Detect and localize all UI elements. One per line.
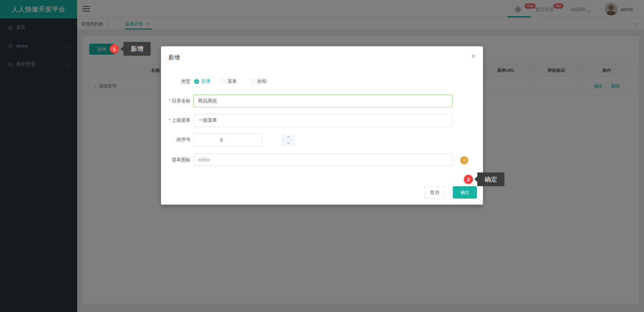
field-label-sort-number: 排序号 xyxy=(144,137,191,143)
type-radio-group: 类型 目录 菜单 按钮 xyxy=(161,77,483,87)
stepper-down-button[interactable] xyxy=(283,140,294,147)
menu-icon-input[interactable]: editor xyxy=(193,153,452,166)
radio-button[interactable] xyxy=(250,79,255,84)
annotation-label-2: 确定 xyxy=(477,172,504,186)
directory-name-input[interactable]: 商品系统 xyxy=(193,95,452,107)
annotation-label-1: 新增 xyxy=(123,42,151,56)
radio-menu[interactable] xyxy=(220,79,225,84)
page-root: 人人快速开发平台 首页 demo 系统管理 new xyxy=(0,0,644,312)
radio-button-label[interactable]: 按钮 xyxy=(257,79,267,85)
cancel-button[interactable]: 取消 xyxy=(425,186,444,199)
stepper-up-button[interactable] xyxy=(283,134,294,140)
dialog-close-icon[interactable]: × xyxy=(472,52,476,59)
sort-number-input[interactable]: 0 xyxy=(193,134,262,146)
radio-directory-label[interactable]: 目录 xyxy=(201,79,211,85)
add-dialog: 新增 × 类型 目录 菜单 按钮 目录名称 商品系统 上级菜单 一级菜单 排序号… xyxy=(161,46,483,205)
step-badge-2: 2 xyxy=(464,175,473,184)
radio-menu-label[interactable]: 菜单 xyxy=(227,79,237,85)
step-badge-1: 1 xyxy=(110,44,119,53)
tooltip-arrow xyxy=(474,176,477,182)
dialog-title: 新增 xyxy=(168,54,180,61)
type-label: 类型 xyxy=(144,79,191,85)
parent-menu-input[interactable]: 一级菜单 xyxy=(193,114,452,127)
warning-icon: ! xyxy=(460,156,468,164)
field-label-directory-name: 目录名称 xyxy=(144,98,191,104)
field-label-parent-menu: 上级菜单 xyxy=(144,117,191,123)
number-stepper xyxy=(282,134,294,147)
confirm-button[interactable]: 确定 xyxy=(453,186,477,199)
tooltip-arrow xyxy=(120,46,123,52)
field-label-menu-icon: 菜单图标 xyxy=(144,157,191,163)
radio-directory[interactable] xyxy=(194,79,199,84)
